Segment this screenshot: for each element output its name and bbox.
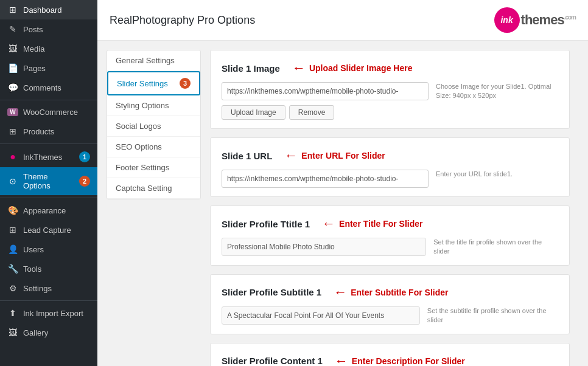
sidebar-item-lead-capture[interactable]: ⊞ Lead Capture: [0, 220, 97, 240]
sidebar-label-products: Products: [23, 127, 90, 136]
ink-logo-circle: ink: [494, 7, 520, 33]
users-icon: 👤: [7, 244, 18, 254]
slider-profile-content-section: Slider Profile Content 1 ← Enter Descrip…: [210, 343, 570, 366]
page-title: RealPhotography Pro Options: [110, 14, 255, 27]
slide1-image-annotation-text: Upload Slider Image Here: [309, 63, 413, 73]
sidebar: ⊞ Dashboard ✎ Posts 🖼 Media 📄 Pages 💬 Co…: [0, 0, 97, 366]
slide1-url-annotation-text: Enter URL For Slider: [301, 151, 385, 161]
slider-profile-title-input-row: Set the title fir profile shown over the…: [222, 238, 558, 257]
tools-icon: 🔧: [7, 264, 18, 274]
slider-profile-subtitle-hint: Set the subtitle fir profile shown over …: [427, 306, 558, 325]
inkthemes-badge: 1: [79, 151, 90, 162]
gallery-icon: 🖼: [7, 328, 18, 337]
sidebar-label-appearance: Appearance: [23, 206, 90, 215]
slide1-url-input-row: Enter your URL for slide1.: [222, 170, 558, 188]
sidebar-item-media[interactable]: 🖼 Media: [0, 39, 97, 58]
sidebar-item-gallery[interactable]: 🖼 Gallery: [0, 323, 97, 342]
content-area: General Settings Slider Settings 3 Styli…: [97, 41, 588, 366]
slider-profile-content-annotation: ← Enter Description For Slider: [335, 354, 465, 366]
dashboard-icon: ⊞: [7, 5, 18, 15]
page-header: RealPhotography Pro Options ink themes.c…: [97, 0, 588, 41]
slider-profile-title-header: Slider Profile Ttitle 1 ← Enter Title Fo…: [222, 217, 558, 230]
sidebar-label-comments: Comments: [23, 83, 90, 92]
sidebar-item-inkthemes[interactable]: ● InkThemes 1: [0, 147, 97, 167]
main-content: RealPhotography Pro Options ink themes.c…: [97, 0, 588, 366]
left-nav-label-styling-options: Styling Options: [116, 101, 169, 110]
left-nav: General Settings Slider Settings 3 Styli…: [107, 50, 201, 199]
left-nav-label-footer-settings: Footer Settings: [116, 163, 169, 172]
appearance-icon: 🎨: [7, 205, 18, 215]
slide1-image-section: Slide 1 Image ← Upload Slider Image Here…: [210, 50, 570, 129]
sidebar-item-woocommerce[interactable]: W WooCommerce: [0, 103, 97, 122]
left-nav-footer-settings[interactable]: Footer Settings: [107, 157, 200, 178]
sidebar-item-appearance[interactable]: 🎨 Appearance: [0, 201, 97, 220]
left-nav-label-seo-options: SEO Options: [116, 142, 162, 151]
comments-icon: 💬: [7, 83, 18, 92]
slider-profile-subtitle-arrow: ←: [334, 286, 347, 299]
slide1-url-header: Slide 1 URL ← Enter URL For Slider: [222, 149, 558, 162]
slider-profile-subtitle-input[interactable]: [222, 306, 420, 325]
sidebar-divider-3: [0, 198, 97, 198]
lead-capture-icon: ⊞: [7, 225, 18, 235]
sidebar-label-inkthemes: InkThemes: [23, 153, 74, 162]
slider-profile-subtitle-label: Slider Profile Subtitle 1: [222, 287, 321, 297]
slider-profile-subtitle-annotation: ← Enter Subtitle For Slider: [334, 286, 448, 299]
ink-logo-ink-text: ink: [500, 15, 513, 25]
slider-profile-title-hint: Set the title fir profile shown over the…: [433, 238, 558, 257]
right-panel: Slide 1 Image ← Upload Slider Image Here…: [201, 50, 579, 366]
slider-profile-subtitle-section: Slider Profile Subtitle 1 ← Enter Subtit…: [210, 274, 570, 334]
left-nav-label-captcha-setting: Captcha Setting: [116, 184, 172, 193]
ink-logo: ink themes.com: [494, 7, 576, 33]
sidebar-label-dashboard: Dashboard: [23, 5, 90, 15]
sidebar-item-tools[interactable]: 🔧 Tools: [0, 259, 97, 278]
sidebar-item-ink-import-export[interactable]: ⬆ Ink Import Export: [0, 303, 97, 323]
slider-profile-subtitle-annotation-text: Enter Subtitle For Slider: [351, 288, 448, 297]
ink-logo-themes-text: themes.com: [521, 12, 576, 28]
remove-image-button[interactable]: Remove: [289, 105, 335, 120]
sidebar-label-posts: Posts: [23, 25, 90, 34]
slide1-url-hint: Enter your URL for slide1.: [436, 170, 513, 179]
sidebar-item-theme-options[interactable]: ⊙ Theme Options 2: [0, 167, 97, 195]
left-nav-captcha-setting[interactable]: Captcha Setting: [107, 178, 200, 199]
left-nav-slider-settings[interactable]: Slider Settings 3: [107, 71, 200, 95]
slide1-image-arrow: ←: [292, 61, 306, 75]
slide1-image-annotation: ← Upload Slider Image Here: [292, 61, 413, 75]
left-nav-seo-options[interactable]: SEO Options: [107, 137, 200, 157]
slider-profile-title-label: Slider Profile Ttitle 1: [222, 219, 310, 229]
slide1-url-title: Slide 1 URL: [222, 151, 272, 161]
theme-options-badge: 2: [79, 176, 90, 187]
products-icon: ⊞: [7, 126, 18, 136]
slider-profile-content-header: Slider Profile Content 1 ← Enter Descrip…: [222, 354, 558, 366]
left-nav-label-general-settings: General Settings: [116, 56, 175, 65]
sidebar-label-lead-capture: Lead Capture: [23, 226, 90, 235]
sidebar-item-users[interactable]: 👤 Users: [0, 240, 97, 259]
left-nav-label-slider-settings: Slider Settings: [117, 79, 168, 88]
slide1-url-input[interactable]: [222, 170, 429, 188]
sidebar-label-gallery: Gallery: [23, 328, 90, 337]
sidebar-item-settings[interactable]: ⚙ Settings: [0, 278, 97, 298]
left-nav-styling-options[interactable]: Styling Options: [107, 95, 200, 116]
left-nav-social-logos[interactable]: Social Logos: [107, 116, 200, 137]
slide1-image-header: Slide 1 Image ← Upload Slider Image Here: [222, 61, 558, 75]
sidebar-label-tools: Tools: [23, 264, 90, 274]
sidebar-item-posts[interactable]: ✎ Posts: [0, 19, 97, 39]
slide1-image-input[interactable]: [222, 82, 429, 100]
slider-profile-title-input[interactable]: [222, 238, 426, 256]
sidebar-label-media: Media: [23, 44, 90, 54]
upload-image-button[interactable]: Upload Image: [222, 105, 285, 120]
sidebar-label-woocommerce: WooCommerce: [23, 108, 90, 117]
slider-profile-subtitle-input-row: Set the subtitle fir profile shown over …: [222, 306, 558, 325]
theme-options-icon: ⊙: [7, 176, 18, 186]
left-nav-general-settings[interactable]: General Settings: [107, 50, 200, 71]
sidebar-item-dashboard[interactable]: ⊞ Dashboard: [0, 0, 97, 19]
sidebar-divider-4: [0, 300, 97, 301]
sidebar-label-users: Users: [23, 245, 90, 254]
slide1-url-annotation: ← Enter URL For Slider: [284, 149, 385, 162]
sidebar-label-pages: Pages: [23, 64, 90, 73]
sidebar-label-settings: Settings: [23, 284, 90, 293]
sidebar-item-pages[interactable]: 📄 Pages: [0, 58, 97, 78]
sidebar-item-comments[interactable]: 💬 Comments: [0, 78, 97, 97]
sidebar-item-products[interactable]: ⊞ Products: [0, 122, 97, 141]
inkthemes-icon: ●: [7, 151, 18, 162]
slider-profile-subtitle-header: Slider Profile Subtitle 1 ← Enter Subtit…: [222, 286, 558, 299]
